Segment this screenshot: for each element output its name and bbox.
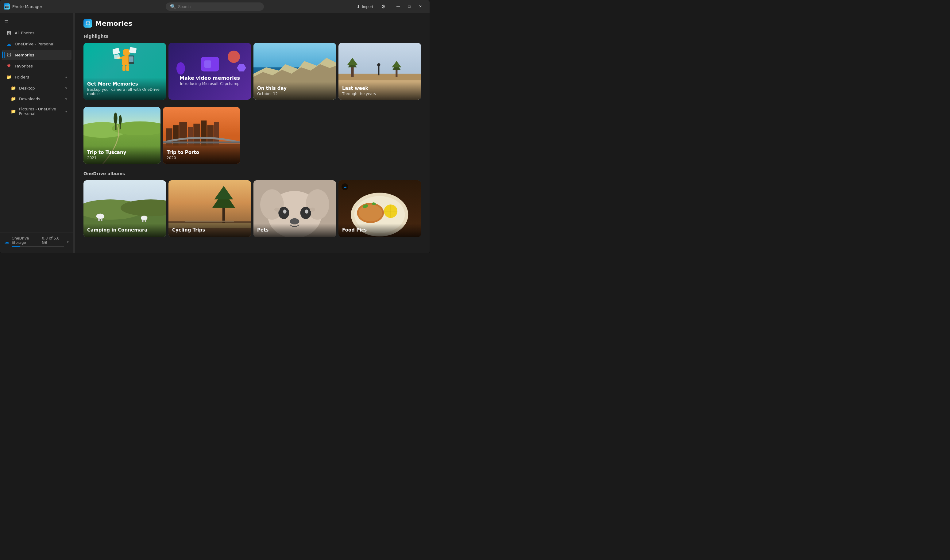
get-memories-overlay: Get More Memories Backup your camera rol…	[83, 78, 166, 100]
album-card-cycling[interactable]: Cycling Trips	[168, 180, 251, 237]
sidebar-item-memories[interactable]: 🎞 Memories	[2, 50, 71, 60]
minimize-button[interactable]: —	[393, 2, 404, 11]
search-icon: 🔍	[170, 4, 176, 9]
chevron-down-icon-3: ∨	[65, 110, 67, 113]
highlights-grid: Get More Memories Backup your camera rol…	[83, 43, 421, 100]
sidebar-item-onedrive[interactable]: ☁ OneDrive - Personal	[2, 38, 71, 49]
svg-rect-54	[98, 218, 99, 221]
get-memories-subtext: Backup your camera roll with OneDrive mo…	[87, 88, 162, 96]
on-this-day-subtext: October 12	[257, 92, 332, 96]
sidebar-item-favorites[interactable]: ♥ Favorites	[2, 61, 71, 71]
import-label: Import	[362, 4, 373, 9]
sidebar-item-pictures[interactable]: 📁 Pictures - OneDrive Personal ∨	[6, 104, 71, 118]
desktop-folder-icon: 📁	[11, 85, 16, 91]
sidebar-item-desktop[interactable]: 📁 Desktop ∨	[6, 83, 71, 93]
svg-point-53	[96, 214, 104, 219]
svg-point-81	[359, 205, 382, 222]
video-memories-text: Make video memories Introducing Microsof…	[173, 75, 246, 86]
content-area: 🎞 Memories Highlights	[75, 13, 430, 253]
get-memories-heading: Get More Memories	[87, 81, 162, 87]
album-card-food[interactable]: ☁ Food Pics	[338, 180, 421, 237]
search-input[interactable]	[178, 4, 260, 9]
albums-grid: Camping in Connemara	[83, 180, 421, 237]
sidebar-label-favorites: Favorites	[15, 64, 67, 68]
settings-button[interactable]: ⚙	[379, 3, 388, 11]
menu-toggle-button[interactable]: ☰	[0, 15, 73, 26]
clipchamp-icon	[200, 57, 219, 71]
tuscany-subtext: 2021	[87, 156, 157, 160]
svg-point-76	[310, 208, 315, 212]
onedrive-icon: ☁	[6, 41, 12, 47]
chevron-down-icon: ∨	[65, 86, 67, 90]
storage-label: OneDrive Storage 0.8 of 5.0 GB	[12, 236, 64, 245]
titlebar-right: ⬇ Import ⚙ — □ ✕	[264, 2, 426, 11]
svg-rect-46	[163, 142, 240, 143]
last-week-overlay: Last week Through the years	[338, 82, 421, 100]
titlebar: 📷 Photo Manager 🔍 ⬇ Import ⚙ — □ ✕	[0, 0, 430, 13]
connemara-overlay: Camping in Connemara	[83, 223, 166, 237]
sidebar-item-all-photos[interactable]: 🖼 All Photos	[2, 28, 71, 38]
trip-card-tuscany[interactable]: Trip to Tuscany 2021	[83, 107, 160, 164]
sidebar: ☰ 🖼 All Photos ☁ OneDrive - Personal 🎞 M…	[0, 13, 74, 253]
cycling-heading: Cycling Trips	[172, 227, 247, 233]
album-card-connemara[interactable]: Camping in Connemara	[83, 180, 166, 237]
albums-section-title: OneDrive albums	[83, 171, 421, 176]
storage-fill	[12, 246, 20, 247]
sidebar-label-desktop: Desktop	[19, 86, 62, 91]
svg-rect-11	[204, 60, 211, 68]
close-button[interactable]: ✕	[415, 2, 426, 11]
import-button[interactable]: ⬇ Import	[353, 3, 376, 10]
storage-info: OneDrive Storage 0.8 of 5.0 GB	[12, 236, 64, 247]
svg-point-75	[275, 208, 280, 212]
settings-icon: ⚙	[381, 4, 386, 9]
search-bar[interactable]: 🔍	[166, 3, 264, 11]
app-icon: 📷	[4, 3, 10, 9]
porto-heading: Trip to Porto	[167, 150, 236, 155]
album-card-pets[interactable]: Pets	[253, 180, 336, 237]
trip-card-porto[interactable]: Trip to Porto 2020	[163, 107, 240, 164]
pets-heading: Pets	[257, 227, 332, 233]
video-icon-wrap	[173, 57, 246, 71]
food-overlay: Food Pics	[338, 223, 421, 237]
downloads-folder-icon: 📁	[11, 96, 16, 102]
connemara-heading: Camping in Connemara	[87, 227, 162, 233]
app-window: 📷 Photo Manager 🔍 ⬇ Import ⚙ — □ ✕ ☰	[0, 0, 430, 253]
sidebar-folders-list: 📁 Desktop ∨ 📁 Downloads ∨ 📁 Pictures - O…	[0, 83, 73, 119]
highlight-card-get-memories[interactable]: Get More Memories Backup your camera rol…	[83, 43, 166, 100]
sidebar-label-memories: Memories	[15, 53, 67, 57]
storage-used: 0.8 of 5.0 GB	[42, 236, 64, 245]
highlight-card-video[interactable]: Make video memories Introducing Microsof…	[168, 43, 251, 100]
on-this-day-overlay: On this day October 12	[253, 82, 336, 100]
svg-rect-4	[122, 65, 125, 71]
page-header: 🎞 Memories	[83, 19, 421, 28]
maximize-button[interactable]: □	[404, 2, 415, 11]
sidebar-folders-header[interactable]: 📁 Folders ∧	[2, 72, 71, 82]
svg-rect-7	[129, 57, 134, 62]
svg-point-56	[141, 215, 148, 220]
svg-marker-12	[211, 60, 215, 68]
photos-icon: 🖼	[6, 30, 12, 35]
titlebar-left: 📷 Photo Manager	[4, 3, 166, 9]
pets-overlay: Pets	[253, 223, 336, 237]
highlight-card-last-week[interactable]: Last week Through the years	[338, 43, 421, 100]
storage-title: OneDrive Storage	[12, 236, 42, 245]
active-indicator	[2, 52, 3, 58]
svg-rect-19	[338, 74, 421, 80]
highlight-card-on-this-day[interactable]: On this day October 12	[253, 43, 336, 100]
storage-expand-icon[interactable]: ∨	[66, 240, 69, 244]
sidebar-label-all-photos: All Photos	[15, 31, 67, 35]
svg-rect-1	[122, 56, 130, 65]
sidebar-item-downloads[interactable]: 📁 Downloads ∨	[6, 94, 71, 104]
person-svg	[113, 47, 137, 76]
svg-point-27	[377, 63, 380, 66]
storage-footer: ☁ OneDrive Storage 0.8 of 5.0 GB ∨	[0, 232, 73, 251]
svg-rect-9	[129, 47, 137, 54]
svg-point-73	[305, 209, 308, 214]
deco-hex	[237, 64, 246, 71]
video-memories-subtext: Introducing Microsoft Clipchamp	[173, 82, 246, 86]
chevron-up-icon: ∧	[65, 75, 67, 79]
tuscany-overlay: Trip to Tuscany 2021	[83, 146, 160, 164]
deco-blob	[176, 62, 185, 74]
svg-rect-5	[126, 65, 129, 71]
memories-icon: 🎞	[6, 52, 12, 58]
